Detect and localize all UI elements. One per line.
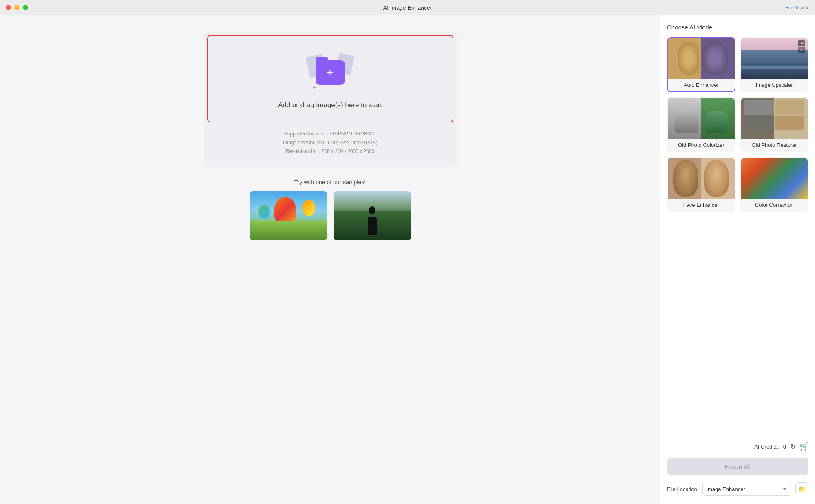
- upload-info-area: Supported formats: JPG/PNG/JPEG/BMP; Ima…: [207, 122, 453, 164]
- model-grid: Auto Enhancer 8k 2k Image Upscaler: [667, 37, 808, 212]
- title-bar: AI Image Enhancer Feedback: [0, 0, 815, 15]
- ai-model-title: Choose AI Model: [667, 24, 808, 31]
- cart-icon[interactable]: 🛒: [800, 442, 808, 451]
- auto-enhancer-image: [668, 38, 735, 79]
- upload-info-line2: Image amount limit: 1-20; Size limit:≤10…: [283, 140, 377, 146]
- upload-info: Supported formats: JPG/PNG/JPEG/BMP; Ima…: [215, 130, 445, 156]
- auto-enhancer-label: Auto Enhancer: [668, 79, 735, 91]
- model-card-face-enhancer[interactable]: Face Enhancer: [667, 157, 735, 212]
- main-layout: + ✦ ✦ Add or drag image(s) here to start…: [0, 15, 815, 504]
- model-card-old-photo-colorizer[interactable]: Old Photo Colorizer: [667, 97, 735, 152]
- refresh-icon[interactable]: ↻: [790, 443, 795, 451]
- model-card-color-correction[interactable]: Color Correction: [740, 157, 809, 212]
- colorizer-image: [668, 98, 735, 139]
- upscaler-2k-badge: 2k: [798, 47, 805, 53]
- samples-row: [250, 191, 411, 240]
- credits-value: 0: [783, 444, 786, 450]
- samples-section: Try with one of our samples!: [204, 179, 457, 240]
- face-enhancer-label: Face Enhancer: [668, 199, 735, 211]
- person-head: [369, 206, 375, 214]
- upscaler-8k-badge: 8k: [798, 40, 805, 46]
- color-correction-image: [741, 158, 808, 199]
- restorer-image: [741, 98, 808, 139]
- sample-forest[interactable]: [334, 191, 411, 240]
- upscaler-bg: 8k 2k: [741, 38, 808, 79]
- restorer-label: Old Photo Restorer: [741, 139, 808, 151]
- model-card-image-upscaler[interactable]: 8k 2k Image Upscaler: [740, 37, 809, 92]
- folder-open-icon: 📁: [798, 485, 806, 493]
- upload-info-line1: Supported formats: JPG/PNG/JPEG/BMP;: [284, 131, 376, 137]
- close-button[interactable]: [6, 5, 11, 10]
- plus-icon: +: [327, 67, 333, 78]
- file-location-select[interactable]: Image Enhancer: [702, 482, 791, 496]
- upload-outer: + ✦ ✦ Add or drag image(s) here to start…: [204, 32, 457, 167]
- left-panel: + ✦ ✦ Add or drag image(s) here to start…: [0, 15, 660, 504]
- open-folder-button[interactable]: 📁: [795, 482, 808, 495]
- face-enhancer-image: [668, 158, 735, 199]
- minimize-button[interactable]: [14, 5, 20, 10]
- sparkle-icon-bl: ✦: [312, 84, 317, 91]
- balloon-image: [250, 191, 327, 240]
- right-panel: Choose AI Model Auto Enhancer: [660, 15, 815, 504]
- upload-info-line3: Resolution limit: 200 x 200 - 2000 x 200…: [286, 148, 374, 154]
- colorizer-label: Old Photo Colorizer: [668, 139, 735, 151]
- credits-label: AI Credits:: [754, 444, 779, 450]
- person-body: [368, 217, 377, 235]
- model-card-old-photo-restorer[interactable]: Old Photo Restorer: [740, 97, 809, 152]
- image-upscaler-image: 8k 2k: [741, 38, 808, 79]
- image-upscaler-label: Image Upscaler: [741, 79, 808, 91]
- upload-drag-text: Add or drag image(s) here to start: [278, 101, 382, 109]
- credits-row: AI Credits: 0 ↻ 🛒: [667, 437, 808, 458]
- traffic-lights: [6, 5, 28, 10]
- file-location-row: File Location: Image Enhancer 📁: [667, 482, 808, 496]
- samples-title: Try with one of our samples!: [294, 179, 366, 186]
- right-spacer: [667, 212, 808, 437]
- upload-area[interactable]: + ✦ ✦ Add or drag image(s) here to start: [207, 35, 453, 122]
- sample-balloons[interactable]: [250, 191, 327, 240]
- forest-image: [334, 191, 411, 240]
- upload-icon-area: + ✦ ✦: [306, 52, 355, 93]
- color-correction-label: Color Correction: [741, 199, 808, 211]
- feedback-link[interactable]: Feedback: [785, 4, 808, 11]
- maximize-button[interactable]: [23, 5, 28, 10]
- file-location-label: File Location:: [667, 486, 698, 492]
- export-all-button[interactable]: Export All: [667, 458, 808, 475]
- app-title: AI Image Enhancer: [383, 4, 432, 11]
- model-card-auto-enhancer[interactable]: Auto Enhancer: [667, 37, 735, 92]
- folder-icon: +: [316, 60, 345, 85]
